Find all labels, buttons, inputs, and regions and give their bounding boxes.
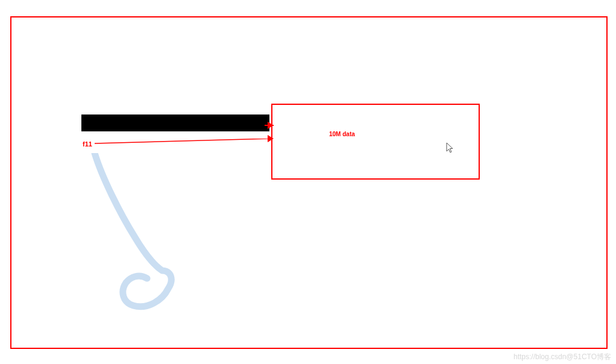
cursor-icon xyxy=(446,142,454,154)
data-box-label: 10M data xyxy=(329,131,355,137)
freehand-scribble xyxy=(90,153,210,322)
outer-diagram-container: 10M data f11 xyxy=(10,16,608,349)
arrow-connector-2 xyxy=(95,139,272,145)
black-redaction-bar xyxy=(81,115,269,131)
watermark-text: https://blog.csdn@51CTO博客 xyxy=(514,352,611,362)
svg-line-0 xyxy=(95,139,269,143)
f11-label: f11 xyxy=(83,140,92,148)
data-box xyxy=(271,104,480,180)
